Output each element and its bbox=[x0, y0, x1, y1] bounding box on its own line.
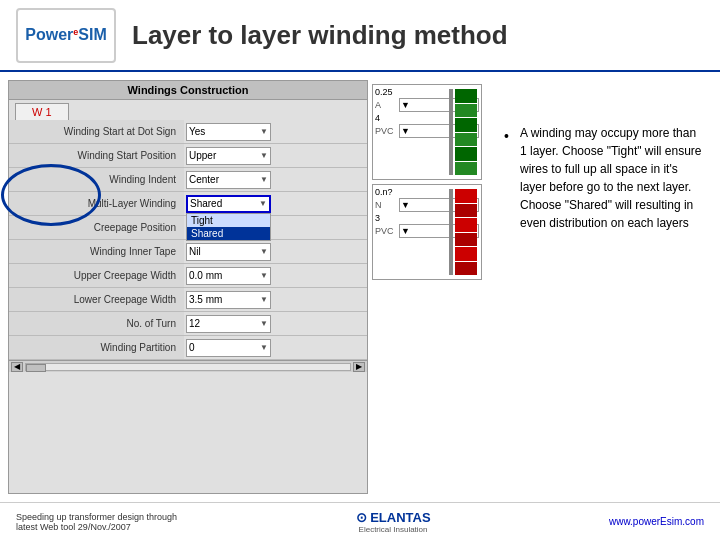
form-tab-row: W 1 bbox=[9, 100, 367, 120]
table-row: Winding Start at Dot Sign Yes ▼ bbox=[9, 120, 367, 144]
table-row: Winding Start Position Upper ▼ bbox=[9, 144, 367, 168]
table-row: Upper Creepage Width 0.0 mm ▼ bbox=[9, 264, 367, 288]
elantas-logo: ⊙ ELANTAS bbox=[356, 510, 431, 525]
winding-start-dot-select[interactable]: Yes ▼ bbox=[186, 123, 271, 141]
scroll-right-btn[interactable]: ▶ bbox=[353, 362, 365, 372]
footer-left: Speeding up transformer design through l… bbox=[16, 512, 177, 532]
scroll-left-btn[interactable]: ◀ bbox=[11, 362, 23, 372]
form-header: Windings Construction bbox=[9, 81, 367, 100]
page-title: Layer to layer winding method bbox=[132, 20, 508, 51]
core-line-2 bbox=[449, 189, 453, 275]
footer-website: www.powerEsim.com bbox=[609, 516, 704, 527]
transformer-visual-2 bbox=[455, 189, 477, 275]
footer-center: ⊙ ELANTAS Electrical Insulation bbox=[356, 510, 431, 534]
table-row: Lower Creepage Width 3.5 mm ▼ bbox=[9, 288, 367, 312]
left-panel: Windings Construction W 1 Winding Start … bbox=[8, 80, 488, 494]
winding-partition-select[interactable]: 0 ▼ bbox=[186, 339, 271, 357]
dropdown-item-shared[interactable]: Shared bbox=[187, 227, 270, 240]
diagram-1: 0.25 A ▼ 4 PVC bbox=[372, 84, 482, 180]
right-text-panel: • A winding may occupy more than 1 layer… bbox=[496, 80, 712, 494]
winding-indent-select[interactable]: Center ▼ bbox=[186, 171, 271, 189]
table-row: Winding Inner Tape Nil ▼ bbox=[9, 240, 367, 264]
form-scrollbar[interactable]: ◀ ▶ bbox=[9, 360, 367, 372]
bullet-icon: • bbox=[504, 126, 512, 232]
table-row: No. of Turn 12 ▼ bbox=[9, 312, 367, 336]
footer: Speeding up transformer design through l… bbox=[0, 502, 720, 540]
core-line-1 bbox=[449, 89, 453, 175]
app-container: PowereSIM Layer to layer winding method … bbox=[0, 0, 720, 502]
diagram-2: 0.n? N ▼ 3 PVC bbox=[372, 184, 482, 280]
dropdown-list: Tight Shared bbox=[186, 213, 271, 241]
logo: PowereSIM bbox=[16, 8, 116, 63]
bullet-text: A winding may occupy more than 1 layer. … bbox=[520, 124, 704, 232]
multi-layer-dropdown[interactable]: Shared ▼ Tight Shared bbox=[186, 195, 271, 213]
transformer-visual-1 bbox=[455, 89, 477, 175]
diagram-panel: 0.25 A ▼ 4 PVC bbox=[372, 80, 482, 494]
table-row: Winding Partition 0 ▼ bbox=[9, 336, 367, 360]
main-content: Windings Construction W 1 Winding Start … bbox=[0, 72, 720, 502]
scroll-track[interactable] bbox=[25, 363, 351, 371]
table-row: Multi-Layer Winding Shared ▼ Tight Share… bbox=[9, 192, 367, 216]
scroll-thumb[interactable] bbox=[26, 364, 46, 372]
header: PowereSIM Layer to layer winding method bbox=[0, 0, 720, 72]
elantas-sub: Electrical Insulation bbox=[359, 525, 428, 534]
dropdown-item-tight[interactable]: Tight bbox=[187, 214, 270, 227]
form-panel: Windings Construction W 1 Winding Start … bbox=[8, 80, 368, 494]
table-row: Winding Indent Center ▼ bbox=[9, 168, 367, 192]
winding-inner-tape-select[interactable]: Nil ▼ bbox=[186, 243, 271, 261]
upper-creepage-select[interactable]: 0.0 mm ▼ bbox=[186, 267, 271, 285]
form-tab-w1[interactable]: W 1 bbox=[15, 103, 69, 120]
no-of-turn-select[interactable]: 12 ▼ bbox=[186, 315, 271, 333]
bullet-point: • A winding may occupy more than 1 layer… bbox=[504, 124, 704, 232]
lower-creepage-select[interactable]: 3.5 mm ▼ bbox=[186, 291, 271, 309]
winding-start-pos-select[interactable]: Upper ▼ bbox=[186, 147, 271, 165]
